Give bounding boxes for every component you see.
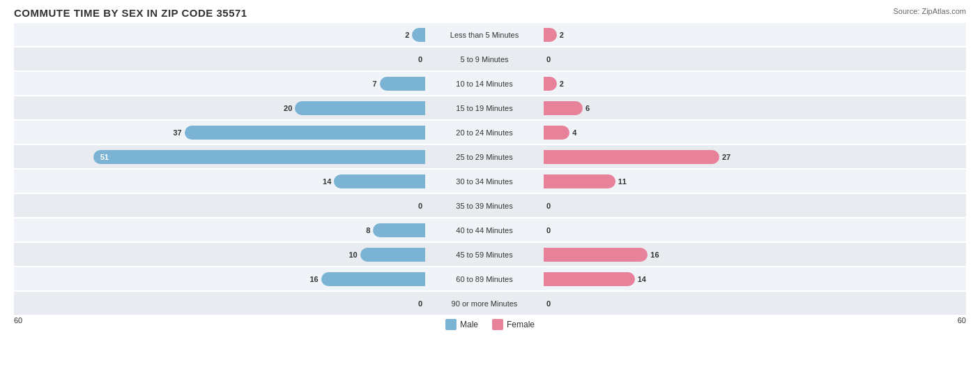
female-swatch (492, 319, 503, 330)
right-section: 0 (544, 194, 955, 217)
female-value: 0 (546, 299, 551, 308)
source-label: Source: ZipAtlas.com (893, 7, 966, 15)
male-value: 0 (418, 299, 422, 308)
row-label: 60 to 89 Minutes (425, 275, 544, 283)
axis-left-label: 60 (14, 316, 22, 330)
female-value: 4 (572, 128, 576, 137)
male-value: 0 (418, 202, 422, 210)
left-section: 0 (14, 47, 425, 70)
female-value: 0 (546, 55, 551, 64)
right-section: 0 (544, 218, 955, 241)
male-value: 51 (100, 153, 109, 161)
right-section: 0 (544, 292, 955, 315)
male-value: 8 (366, 226, 370, 234)
chart-row: 840 to 44 Minutes0 (14, 218, 966, 241)
male-bar (360, 248, 425, 262)
left-section: 8 (14, 218, 425, 241)
chart-title: COMMUTE TIME BY SEX IN ZIP CODE 35571 (14, 7, 966, 19)
male-bar (295, 101, 425, 115)
right-section: 27 (544, 145, 955, 168)
female-value: 2 (560, 80, 564, 88)
left-section: 14 (14, 170, 425, 193)
female-value: 0 (546, 226, 551, 234)
male-bar (334, 174, 425, 188)
male-value: 37 (173, 128, 181, 137)
row-label: 30 to 34 Minutes (425, 177, 544, 186)
female-value: 0 (546, 202, 551, 210)
row-label: 5 to 9 Minutes (425, 55, 544, 64)
left-section: 20 (14, 96, 425, 119)
female-bar (544, 101, 583, 115)
chart-row: 1430 to 34 Minutes11 (14, 170, 966, 193)
right-section: 16 (544, 243, 955, 266)
row-label: Less than 5 Minutes (425, 31, 544, 39)
left-section: 10 (14, 243, 425, 266)
row-label: 45 to 59 Minutes (425, 251, 544, 259)
chart-container: COMMUTE TIME BY SEX IN ZIP CODE 35571 So… (0, 0, 980, 365)
male-bar (373, 223, 425, 237)
female-bar (544, 28, 557, 42)
row-label: 40 to 44 Minutes (425, 226, 544, 234)
chart-row: 1660 to 89 Minutes14 (14, 267, 966, 290)
chart-rows-wrapper: 2Less than 5 Minutes205 to 9 Minutes0710… (14, 23, 966, 315)
right-section: 11 (544, 170, 955, 193)
female-bar (544, 77, 557, 91)
left-section: 2 (14, 23, 425, 46)
row-label: 20 to 24 Minutes (425, 128, 544, 137)
chart-row: 1045 to 59 Minutes16 (14, 243, 966, 266)
right-section: 4 (544, 121, 955, 144)
chart-row: 710 to 14 Minutes2 (14, 72, 966, 95)
female-value: 11 (618, 177, 627, 186)
female-bar (544, 248, 648, 262)
left-section: 7 (14, 72, 425, 95)
right-section: 0 (544, 47, 955, 70)
row-label: 35 to 39 Minutes (425, 202, 544, 210)
legend-male: Male (445, 319, 478, 330)
row-label: 10 to 14 Minutes (425, 80, 544, 88)
male-value: 20 (284, 104, 292, 112)
female-bar (544, 126, 569, 140)
male-bar (185, 126, 425, 140)
male-bar (321, 272, 425, 286)
row-label: 25 to 29 Minutes (425, 153, 544, 161)
female-value: 27 (722, 153, 730, 161)
row-label: 15 to 19 Minutes (425, 104, 544, 112)
male-swatch (445, 319, 457, 330)
male-label: Male (460, 320, 478, 329)
female-value: 2 (560, 31, 564, 39)
female-bar (544, 272, 635, 286)
male-bar (412, 28, 425, 42)
male-value: 16 (309, 275, 318, 283)
male-bar (380, 77, 425, 91)
right-section: 2 (544, 72, 955, 95)
male-value: 0 (418, 55, 422, 64)
male-value: 10 (349, 251, 357, 259)
female-label: Female (507, 320, 535, 329)
female-bar (544, 150, 719, 164)
left-section: 37 (14, 121, 425, 144)
legend: Male Female (445, 319, 535, 330)
male-value: 2 (405, 31, 409, 39)
chart-row: 5125 to 29 Minutes27 (14, 145, 966, 168)
female-bar (544, 174, 615, 188)
legend-female: Female (492, 319, 535, 330)
male-value: 7 (373, 80, 377, 88)
chart-row: 035 to 39 Minutes0 (14, 194, 966, 217)
chart-row: 05 to 9 Minutes0 (14, 47, 966, 70)
left-section: 16 (14, 267, 425, 290)
chart-row: 090 or more Minutes0 (14, 292, 966, 315)
left-section: 0 (14, 292, 425, 315)
left-section: 0 (14, 194, 425, 217)
left-section: 51 (14, 145, 425, 168)
row-label: 90 or more Minutes (425, 299, 544, 308)
female-value: 6 (585, 104, 590, 112)
male-value: 14 (323, 177, 331, 186)
right-section: 2 (544, 23, 955, 46)
chart-row: 2Less than 5 Minutes2 (14, 23, 966, 46)
chart-row: 2015 to 19 Minutes6 (14, 96, 966, 119)
axis-labels: 60 Male Female 60 (14, 316, 966, 332)
right-section: 6 (544, 96, 955, 119)
right-section: 14 (544, 267, 955, 290)
female-value: 16 (650, 251, 659, 259)
female-value: 14 (638, 275, 646, 283)
